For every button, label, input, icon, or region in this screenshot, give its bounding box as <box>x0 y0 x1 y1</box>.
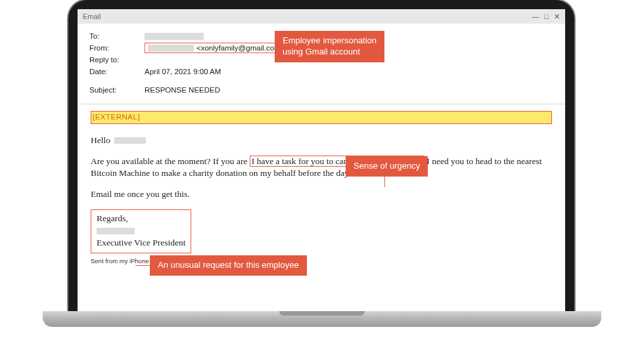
signature-box: Regards, Executive Vice President <box>91 209 191 253</box>
date-value: April 07, 2021 9:00 AM <box>145 68 221 75</box>
minimize-icon[interactable]: — <box>532 12 539 21</box>
from-name-redacted <box>148 45 194 52</box>
callout-impersonation: Employee impersonation using Gmail accou… <box>275 31 384 62</box>
subject-label: Subject: <box>89 86 145 94</box>
main-paragraph: Are you available at the moment? If you … <box>91 156 552 179</box>
replyto-label: Reply to: <box>89 56 145 64</box>
sig-name-redacted <box>97 228 135 234</box>
titlebar: Email — □ ✕ <box>78 9 565 24</box>
callout-unusual-request: An unusual request for this employee <box>150 255 307 276</box>
recipient-name-redacted <box>114 137 146 144</box>
greeting: Hello <box>91 135 552 146</box>
date-label: Date: <box>89 68 145 75</box>
callout-connector-2 <box>384 175 385 187</box>
para-pre: Are you available at the moment? If you … <box>91 156 250 166</box>
sig-regards: Regards, <box>97 213 185 224</box>
sig-title: Executive Vice President <box>97 237 185 249</box>
maximize-icon[interactable]: □ <box>544 12 549 21</box>
email-window: Email — □ ✕ To: From: <xonlyfamily@gmail… <box>78 9 565 315</box>
from-highlight-box: <xonlyfamily@gmail.com> <box>145 43 288 53</box>
hello-text: Hello <box>91 135 110 146</box>
callout-connector-3 <box>135 265 150 266</box>
close-icon[interactable]: ✕ <box>554 12 560 21</box>
laptop-base <box>43 311 601 327</box>
app-name: Email <box>83 12 532 20</box>
second-paragraph: Email me once you get this. <box>91 188 552 200</box>
to-label: To: <box>89 32 145 40</box>
subject-value: RESPONSE NEEDED <box>145 86 220 94</box>
external-tag-box: [EXTERNAL] <box>91 111 552 124</box>
external-tag: [EXTERNAL] <box>91 112 551 123</box>
to-value-redacted <box>145 33 204 40</box>
callout-connector-1 <box>262 43 275 43</box>
from-label: From: <box>89 44 145 52</box>
callout-urgency: Sense of urgency <box>346 156 428 177</box>
laptop-bezel: Email — □ ✕ To: From: <xonlyfamily@gmail… <box>68 0 574 315</box>
email-body: [EXTERNAL] Hello Are you available at th… <box>78 104 565 271</box>
from-email: <xonlyfamily@gmail.com> <box>196 44 285 52</box>
